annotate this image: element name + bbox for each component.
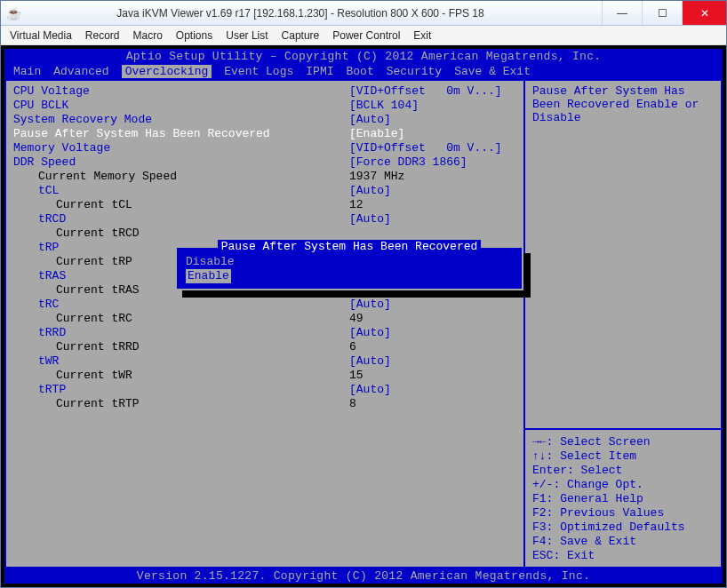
nav-hint: F2: Previous Values bbox=[532, 506, 714, 520]
setting-value: [Auto] bbox=[349, 212, 516, 226]
bios-body: CPU Voltage[VID+Offset 0m V...]CPU BCLK[… bbox=[4, 79, 723, 568]
setting-row: Current Memory Speed1937 MHz bbox=[13, 170, 516, 184]
popup-dialog: Pause After System Has Been Recovered Di… bbox=[175, 246, 523, 290]
tab-event-logs[interactable]: Event Logs bbox=[224, 65, 293, 78]
menu-power-control[interactable]: Power Control bbox=[332, 29, 400, 42]
nav-hint: F3: Optimized Defaults bbox=[532, 520, 714, 535]
app-window: ☕ Java iKVM Viewer v1.69 r17 [192.168.1.… bbox=[0, 0, 727, 588]
nav-hint: +/-: Change Opt. bbox=[532, 478, 714, 492]
setting-value: 49 bbox=[349, 312, 516, 326]
menu-exit[interactable]: Exit bbox=[413, 29, 431, 42]
setting-label: DDR Speed bbox=[13, 155, 349, 170]
close-button[interactable]: ✕ bbox=[682, 1, 726, 25]
setting-value: 15 bbox=[349, 369, 516, 383]
menubar: Virtual MediaRecordMacroOptionsUser List… bbox=[1, 26, 726, 45]
bios-screen: Aptio Setup Utility – Copyright (C) 2012… bbox=[4, 49, 723, 584]
tab-boot[interactable]: Boot bbox=[347, 65, 374, 78]
bios-area: Aptio Setup Utility – Copyright (C) 2012… bbox=[1, 45, 726, 587]
setting-value: [Auto] bbox=[349, 184, 516, 198]
bios-header: Aptio Setup Utility – Copyright (C) 2012… bbox=[4, 49, 723, 64]
window-controls: — ☐ ✕ bbox=[602, 1, 726, 25]
setting-label: CPU BCLK bbox=[13, 99, 349, 113]
setting-row[interactable]: Pause After System Has Been Recovered[En… bbox=[13, 127, 516, 141]
nav-hint: Enter: Select bbox=[532, 464, 714, 478]
setting-row: Current tRCD bbox=[13, 226, 516, 241]
setting-row: Current tCL12 bbox=[13, 198, 516, 212]
setting-label: tRRD bbox=[13, 326, 349, 340]
tab-security[interactable]: Security bbox=[387, 65, 442, 78]
minimize-button[interactable]: — bbox=[602, 1, 642, 25]
bios-tabs: MainAdvancedOverclockingEvent LogsIPMIBo… bbox=[4, 64, 723, 79]
menu-record[interactable]: Record bbox=[85, 29, 120, 42]
help-description: Pause After System Has Been Recovered En… bbox=[532, 84, 714, 423]
setting-label: Current tRRD bbox=[13, 340, 349, 354]
tab-advanced[interactable]: Advanced bbox=[53, 65, 108, 78]
setting-value: 12 bbox=[349, 198, 516, 212]
bios-footer: Version 2.15.1227. Copyright (C) 2012 Am… bbox=[4, 568, 723, 584]
nav-hint: →←: Select Screen bbox=[532, 435, 714, 449]
setting-value: [Auto] bbox=[349, 383, 516, 397]
setting-label: Current tRTP bbox=[13, 397, 349, 411]
setting-value: [Auto] bbox=[349, 298, 516, 312]
setting-row[interactable]: tWR[Auto] bbox=[13, 354, 516, 369]
tab-ipmi[interactable]: IPMI bbox=[306, 65, 333, 78]
setting-label: Memory Voltage bbox=[13, 141, 349, 155]
setting-label: Current tCL bbox=[13, 198, 349, 212]
setting-label: System Recovery Mode bbox=[13, 113, 349, 127]
popup-title: Pause After System Has Been Recovered bbox=[177, 240, 522, 253]
titlebar[interactable]: ☕ Java iKVM Viewer v1.69 r17 [192.168.1.… bbox=[1, 1, 726, 26]
setting-value: [Force DDR3 1866] bbox=[349, 155, 516, 170]
setting-value: [Auto] bbox=[349, 354, 516, 369]
menu-virtual-media[interactable]: Virtual Media bbox=[10, 29, 72, 42]
popup-option-enable[interactable]: Enable bbox=[186, 269, 231, 283]
setting-row[interactable]: tCL[Auto] bbox=[13, 184, 516, 198]
setting-value: 6 bbox=[349, 340, 516, 354]
setting-row[interactable]: tRRD[Auto] bbox=[13, 326, 516, 340]
setting-row[interactable]: Memory Voltage[VID+Offset 0m V...] bbox=[13, 141, 516, 155]
setting-label: tRCD bbox=[13, 212, 349, 226]
setting-row[interactable]: tRC[Auto] bbox=[13, 298, 516, 312]
setting-row: Current tWR15 bbox=[13, 369, 516, 383]
bios-help-panel: Pause After System Has Been Recovered En… bbox=[523, 81, 721, 567]
setting-label: tCL bbox=[13, 184, 349, 198]
setting-label: CPU Voltage bbox=[13, 84, 349, 99]
setting-row: Current tRRD6 bbox=[13, 340, 516, 354]
setting-row[interactable]: CPU BCLK[BCLK 104] bbox=[13, 99, 516, 113]
setting-label: tWR bbox=[13, 354, 349, 369]
setting-row[interactable]: tRCD[Auto] bbox=[13, 212, 516, 226]
menu-options[interactable]: Options bbox=[176, 29, 212, 42]
setting-value: 8 bbox=[349, 397, 516, 411]
maximize-button[interactable]: ☐ bbox=[642, 1, 682, 25]
tab-overclocking[interactable]: Overclocking bbox=[122, 65, 212, 78]
setting-value: [Enable] bbox=[349, 127, 516, 141]
popup-option-disable[interactable]: Disable bbox=[177, 255, 522, 269]
nav-hint: F1: General Help bbox=[532, 492, 714, 506]
setting-label: Current Memory Speed bbox=[13, 170, 349, 184]
side-divider bbox=[525, 428, 721, 430]
java-icon: ☕ bbox=[1, 6, 26, 20]
setting-value: [VID+Offset 0m V...] bbox=[349, 84, 516, 99]
nav-hint: ↑↓: Select Item bbox=[532, 449, 714, 464]
menu-capture[interactable]: Capture bbox=[282, 29, 320, 42]
setting-row[interactable]: System Recovery Mode[Auto] bbox=[13, 113, 516, 127]
setting-row[interactable]: DDR Speed[Force DDR3 1866] bbox=[13, 155, 516, 170]
setting-value: [Auto] bbox=[349, 326, 516, 340]
menu-macro[interactable]: Macro bbox=[133, 29, 163, 42]
setting-value: [VID+Offset 0m V...] bbox=[349, 141, 516, 155]
tab-main[interactable]: Main bbox=[13, 65, 41, 78]
setting-value: [Auto] bbox=[349, 113, 516, 127]
menu-user-list[interactable]: User List bbox=[226, 29, 268, 42]
nav-hint: ESC: Exit bbox=[532, 549, 714, 563]
setting-row: Current tRTP8 bbox=[13, 397, 516, 411]
setting-label: Current tRC bbox=[13, 312, 349, 326]
setting-value: [BCLK 104] bbox=[349, 99, 516, 113]
setting-row[interactable]: tRTP[Auto] bbox=[13, 383, 516, 397]
setting-value bbox=[349, 226, 516, 241]
tab-save-exit[interactable]: Save & Exit bbox=[454, 65, 531, 78]
setting-label: Current tRCD bbox=[13, 226, 349, 241]
window-title: Java iKVM Viewer v1.69 r17 [192.168.1.23… bbox=[26, 7, 602, 20]
setting-label: tRC bbox=[13, 298, 349, 312]
setting-row[interactable]: CPU Voltage[VID+Offset 0m V...] bbox=[13, 84, 516, 99]
setting-label: Pause After System Has Been Recovered bbox=[13, 127, 349, 141]
setting-label: tRTP bbox=[13, 383, 349, 397]
